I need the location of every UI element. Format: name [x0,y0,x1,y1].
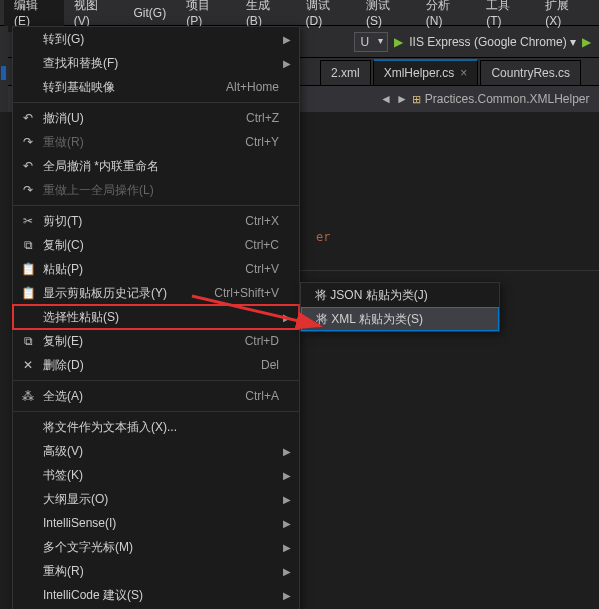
menu-item-shortcut: Ctrl+X [235,214,279,228]
close-icon[interactable]: × [460,66,467,80]
submenu-arrow-icon: ▶ [279,542,291,553]
menu-item-shortcut: Ctrl+Shift+V [204,286,279,300]
menu-item-label: 转到基础映像 [39,79,216,96]
menu-item-label: 重做(R) [39,134,235,151]
menu-item[interactable]: IntelliCode 建议(S)▶ [13,583,299,607]
menu-item[interactable]: 转到基础映像Alt+Home [13,75,299,99]
menu-item-shortcut: Del [251,358,279,372]
menu-item[interactable]: 书签(K)▶ [13,463,299,487]
menubar-item-8[interactable]: 工具(T) [476,0,535,32]
menubar-item-7[interactable]: 分析(N) [416,0,476,32]
paste-special-submenu: 将 JSON 粘贴为类(J)将 XML 粘贴为类(S) [300,282,500,332]
menu-item[interactable]: 重构(R)▶ [13,559,299,583]
menu-item-icon: 📋 [17,262,39,276]
menu-item-label: 剪切(T) [39,213,235,230]
nav-right-icon[interactable]: ► [396,92,408,106]
submenu-arrow-icon: ▶ [279,470,291,481]
menu-item-icon: ↷ [17,183,39,197]
menu-item-label: 复制(E) [39,333,235,350]
menu-item-icon: 📋 [17,286,39,300]
menu-item-label: 粘贴(P) [39,261,235,278]
menu-item[interactable]: IntelliSense(I)▶ [13,511,299,535]
menubar-item-6[interactable]: 测试(S) [356,0,416,32]
tab-1[interactable]: XmlHelper.cs× [373,59,479,85]
menu-item[interactable]: 📋粘贴(P)Ctrl+V [13,257,299,281]
submenu-arrow-icon: ▶ [279,590,291,601]
menu-item-icon: ⧉ [17,238,39,252]
editor-separator [300,270,599,271]
run-button[interactable]: IIS Express (Google Chrome) ▾ [409,35,576,49]
menu-item-label: 显示剪贴板历史记录(Y) [39,285,204,302]
menu-item-label: 将文件作为文本插入(X)... [39,419,269,436]
edit-menu: 转到(G)▶查找和替换(F)▶转到基础映像Alt+Home↶撤消(U)Ctrl+… [12,26,300,609]
menu-item-label: 全局撤消 *内联重命名 [39,158,269,175]
menu-item-label: 删除(D) [39,357,251,374]
config-dropdown[interactable]: U [354,32,389,52]
nav-left-icon[interactable]: ◄ [380,92,392,106]
menu-item-icon: ↷ [17,135,39,149]
namespace-icon: ⊞ [412,93,421,106]
menu-item[interactable]: ↶撤消(U)Ctrl+Z [13,106,299,130]
menubar-item-5[interactable]: 调试(D) [296,0,356,32]
menu-item-label: IntelliSense(I) [39,516,269,530]
menu-item-label: 复制(C) [39,237,235,254]
menu-item-icon: ↶ [17,111,39,125]
submenu-arrow-icon: ▶ [279,446,291,457]
menu-item-icon: ⧉ [17,334,39,348]
menu-item-label: 全选(A) [39,388,235,405]
tab-0[interactable]: 2.xml [320,60,371,85]
menu-item-label: 查找和替换(F) [39,55,269,72]
menubar-item-2[interactable]: Git(G) [123,2,176,24]
menu-item: ↷重做上一全局操作(L) [13,178,299,202]
menu-item-label: 大纲显示(O) [39,491,269,508]
menu-item-shortcut: Ctrl+A [235,389,279,403]
menu-item-icon: ✂ [17,214,39,228]
menu-item-shortcut: Ctrl+D [235,334,279,348]
submenu-arrow-icon: ▶ [279,566,291,577]
submenu-item[interactable]: 将 JSON 粘贴为类(J) [301,283,499,307]
tab-2[interactable]: CountryRes.cs [480,60,581,85]
submenu-item[interactable]: 将 XML 粘贴为类(S) [301,307,499,331]
menu-item[interactable]: ✕删除(D)Del [13,353,299,377]
menu-separator [13,411,299,412]
menu-item[interactable]: 📋显示剪贴板历史记录(Y)Ctrl+Shift+V [13,281,299,305]
menu-item-label: IntelliCode 建议(S) [39,587,269,604]
menu-item[interactable]: 高级(V)▶ [13,439,299,463]
breadcrumb-text[interactable]: Practices.Common.XMLHelper [425,92,590,106]
menu-item[interactable]: ⁂全选(A)Ctrl+A [13,384,299,408]
menu-item-label: 多个文字光标(M) [39,539,269,556]
menu-separator [13,102,299,103]
menu-item[interactable]: ✂剪切(T)Ctrl+X [13,209,299,233]
menu-item-icon: ✕ [17,358,39,372]
menu-item[interactable]: ↶全局撤消 *内联重命名 [13,154,299,178]
menu-item[interactable]: 选择性粘贴(S)▶ [13,305,299,329]
menu-item[interactable]: 将文件作为文本插入(X)... [13,415,299,439]
menu-item-label: 选择性粘贴(S) [39,309,269,326]
menu-separator [13,205,299,206]
menu-item[interactable]: 查找和替换(F)▶ [13,51,299,75]
menu-item[interactable]: ⧉复制(E)Ctrl+D [13,329,299,353]
play-icon-2: ▶ [582,35,591,49]
menu-item-label: 书签(K) [39,467,269,484]
menu-item-shortcut: Ctrl+V [235,262,279,276]
editor-text-fragment: er [316,230,330,244]
menubar-item-9[interactable]: 扩展(X) [535,0,595,32]
menu-item-label: 转到(G) [39,31,269,48]
menubar: 编辑(E)视图(V)Git(G)项目(P)生成(B)调试(D)测试(S)分析(N… [0,0,599,26]
menu-item-shortcut: Ctrl+C [235,238,279,252]
menu-item-icon: ↶ [17,159,39,173]
submenu-arrow-icon: ▶ [279,518,291,529]
play-icon: ▶ [394,35,403,49]
menu-item: ↷重做(R)Ctrl+Y [13,130,299,154]
menu-item[interactable]: 转到(G)▶ [13,27,299,51]
menu-item-icon: ⁂ [17,389,39,403]
menu-item-label: 重做上一全局操作(L) [39,182,269,199]
menu-item[interactable]: 多个文字光标(M)▶ [13,535,299,559]
menu-item-label: 撤消(U) [39,110,236,127]
menu-item-shortcut: Ctrl+Y [235,135,279,149]
submenu-arrow-icon: ▶ [279,58,291,69]
menu-item[interactable]: ⧉复制(C)Ctrl+C [13,233,299,257]
submenu-arrow-icon: ▶ [279,34,291,45]
menu-item[interactable]: 大纲显示(O)▶ [13,487,299,511]
menu-item-label: 高级(V) [39,443,269,460]
